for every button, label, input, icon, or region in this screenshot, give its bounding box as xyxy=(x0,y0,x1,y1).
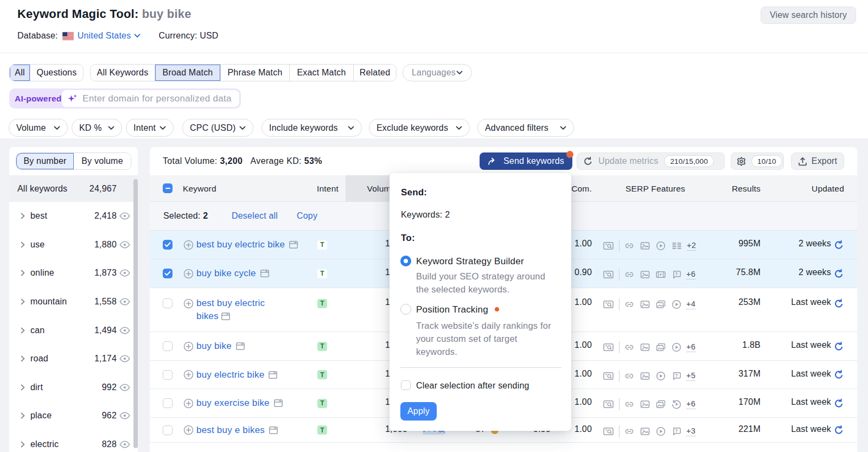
svg-text:?: ? xyxy=(675,372,678,378)
svg-text:?: ? xyxy=(675,271,678,277)
svg-text:?: ? xyxy=(675,428,678,433)
